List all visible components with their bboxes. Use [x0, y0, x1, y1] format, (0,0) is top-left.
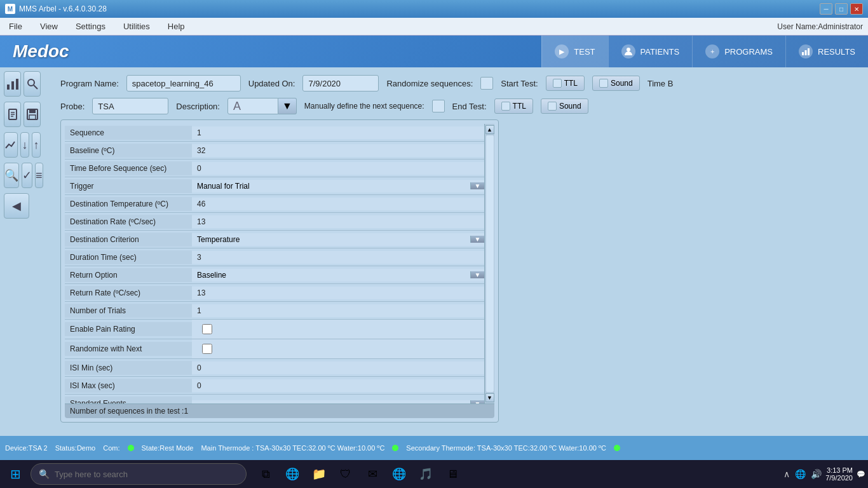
status-status: Status:Demo	[55, 444, 96, 452]
desc-display[interactable]: A	[227, 98, 278, 114]
scroll-down-button[interactable]: ▼	[485, 393, 494, 402]
close-button[interactable]: ✕	[850, 3, 863, 15]
status-device: Device:TSA 2	[5, 444, 48, 452]
destcriterion-dropdown[interactable]: Temperature ▼	[192, 233, 484, 246]
end-ttl-label: TTL	[513, 102, 526, 111]
desc-dropdown-button[interactable]: ▼	[278, 98, 297, 114]
seq-label-destrate: Destination Rate (ºC/sec)	[65, 215, 192, 229]
scroll-up-button[interactable]: ▲	[485, 125, 494, 134]
window-controls[interactable]: ─ □ ✕	[820, 3, 863, 15]
sidebar-btn-save[interactable]	[24, 102, 41, 127]
notification-icon[interactable]: 💬	[857, 470, 865, 478]
sidebar-btn-doc[interactable]	[4, 102, 21, 127]
seq-label-returnoption: Return Option	[65, 268, 192, 282]
taskbar-monitor[interactable]: 🖥	[441, 463, 464, 485]
seq-row-desttemp: Destination Temperature (ºC) 46	[65, 195, 484, 213]
taskbar-browser[interactable]: 🌐	[388, 463, 410, 485]
menu-view[interactable]: View	[36, 20, 62, 32]
network-icon[interactable]: 🌐	[795, 469, 806, 479]
seq-row-destrate: Destination Rate (ºC/sec) 13	[65, 213, 484, 231]
start-ttl-button[interactable]: TTL	[546, 76, 585, 91]
probe-input[interactable]	[92, 98, 168, 114]
clock[interactable]: 3:13 PM 7/9/2020	[825, 466, 853, 482]
seq-label-desttemp: Destination Temperature (ºC)	[65, 197, 192, 211]
manually-checkbox[interactable]	[432, 100, 445, 112]
end-sound-checkbox[interactable]	[548, 102, 557, 111]
standevents-dropdown-button[interactable]: ▼	[470, 400, 484, 404]
tab-results[interactable]: RESULTS	[785, 36, 868, 67]
tab-test[interactable]: ▶ TEST	[541, 36, 607, 67]
updated-on-input[interactable]	[302, 75, 379, 92]
results-icon	[799, 44, 813, 58]
seq-label-isimax: ISI Max (sec)	[65, 379, 192, 393]
seq-row-sequence: Sequence 1	[65, 124, 484, 142]
main-area: ↓ ↑ 🔍 ✓ ≡ ◀ Program Name: Updated On: Ra…	[0, 67, 868, 436]
start-sound-checkbox[interactable]	[599, 79, 608, 88]
sidebar-btn-stats[interactable]	[4, 71, 21, 97]
end-ttl-button[interactable]: TTL	[494, 98, 533, 114]
taskbar-media[interactable]: 🎵	[414, 463, 437, 485]
randomize-checkbox[interactable]	[480, 77, 493, 90]
windows-icon: ⊞	[10, 466, 21, 482]
seq-value-destrate: 13	[192, 215, 484, 228]
seq-value-desttemp: 46	[192, 198, 484, 210]
menu-settings[interactable]: Settings	[72, 20, 109, 32]
menu-help[interactable]: Help	[164, 20, 189, 32]
menu-file[interactable]: File	[5, 20, 26, 32]
returnoption-dropdown[interactable]: Baseline ▼	[192, 269, 484, 281]
minimize-button[interactable]: ─	[820, 3, 832, 15]
standevents-dropdown[interactable]: ▼	[192, 400, 484, 404]
taskbar-edge[interactable]: 🌐	[281, 463, 304, 485]
taskbar-store[interactable]: 🛡	[334, 463, 357, 485]
program-name-input[interactable]	[126, 75, 241, 92]
destcriterion-dropdown-button[interactable]: ▼	[470, 236, 484, 243]
sidebar-btn-up[interactable]: ↑	[32, 132, 41, 158]
taskbar-file-explorer[interactable]: 📁	[308, 463, 330, 485]
maximize-button[interactable]: □	[835, 3, 848, 15]
pain-rating-checkbox[interactable]	[202, 324, 212, 334]
taskbar-mail[interactable]: ✉	[361, 463, 384, 485]
returnoption-dropdown-button[interactable]: ▼	[470, 271, 484, 278]
randomize-next-checkbox[interactable]	[202, 344, 212, 354]
end-sound-button[interactable]: Sound	[541, 98, 588, 114]
taskbar-task-view[interactable]: ⧉	[254, 463, 277, 485]
titlebar: M MMS Arbel - v.6.4.0.30.28 ─ □ ✕	[0, 0, 868, 18]
seq-row-baseline: Baseline (ºC) 32	[65, 142, 484, 159]
seq-row-randomize-next: Randomize with Next	[65, 339, 484, 359]
clock-date: 7/9/2020	[825, 474, 853, 482]
seq-row-numtrials: Number of Trials 1	[65, 302, 484, 320]
taskbar-search-box[interactable]: 🔍	[31, 463, 247, 485]
time-b-label: Time B	[648, 79, 674, 88]
trigger-dropdown[interactable]: Manual for Trial ▼	[192, 180, 484, 193]
sidebar-btn-search[interactable]	[24, 71, 41, 97]
trigger-value: Manual for Trial	[192, 180, 470, 193]
main-thermode-indicator	[392, 445, 398, 451]
tab-programs[interactable]: + PROGRAMS	[692, 36, 785, 67]
start-button[interactable]: ⊞	[3, 461, 28, 487]
sidebar-btn-list[interactable]: ≡	[35, 163, 43, 188]
taskbar-right: ∧ 🌐 🔊 3:13 PM 7/9/2020 💬	[783, 466, 865, 482]
tab-patients[interactable]: PATIENTS	[608, 36, 693, 67]
start-ttl-label: TTL	[564, 79, 578, 88]
end-ttl-checkbox[interactable]	[501, 102, 510, 111]
taskbar-search-input[interactable]	[55, 470, 238, 479]
svg-point-0	[627, 48, 630, 51]
status-secondary-thermode: Secondary Thermode: TSA-30x30 TEC:32.00 …	[406, 444, 606, 452]
sidebar-btn-back[interactable]: ◀	[4, 193, 29, 219]
status-state: State:Rest Mode	[142, 444, 194, 452]
start-sound-label: Sound	[611, 79, 633, 88]
probe-label: Probe:	[60, 102, 85, 111]
sidebar-btn-chart[interactable]	[4, 132, 18, 158]
seq-label-destcriterion: Destination Criterion	[65, 233, 192, 247]
menu-utilities[interactable]: Utilities	[119, 20, 154, 32]
sidebar-btn-zoom[interactable]: 🔍	[4, 163, 19, 188]
trigger-dropdown-button[interactable]: ▼	[470, 182, 484, 189]
sidebar-btn-down[interactable]: ↓	[20, 132, 29, 158]
volume-icon[interactable]: 🔊	[811, 469, 822, 479]
start-ttl-checkbox[interactable]	[553, 79, 562, 88]
sidebar-btn-check[interactable]: ✓	[22, 163, 32, 188]
chevron-up-icon[interactable]: ∧	[783, 469, 790, 479]
seq-row-isimin: ISI Min (sec) 0	[65, 359, 484, 377]
seq-value-duration: 3	[192, 251, 484, 264]
start-sound-button[interactable]: Sound	[592, 76, 640, 91]
